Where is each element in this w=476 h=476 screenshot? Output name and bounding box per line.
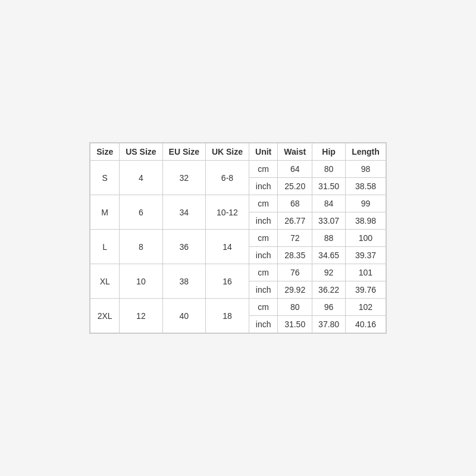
cell-length-cm-xl: 101 [346,264,386,281]
cell-eu-2xl: 40 [162,299,205,333]
cell-length-cm-m: 99 [346,195,386,212]
cell-hip-inch-xl: 36.22 [312,281,346,299]
cell-hip-cm-2xl: 96 [312,299,346,316]
cell-uk-m: 10-12 [205,195,249,230]
cell-length-inch-2xl: 40.16 [346,316,386,333]
cell-waist-inch-2xl: 31.50 [278,316,312,333]
cell-waist-cm-l: 72 [278,230,312,247]
cell-eu-m: 34 [162,195,205,230]
cell-length-inch-m: 38.98 [346,212,386,230]
cell-unit-cm-2xl: cm [249,299,278,316]
cell-waist-cm-2xl: 80 [278,299,312,316]
cell-length-inch-l: 39.37 [346,247,386,264]
size-chart-container: Size US Size EU Size UK Size Unit Waist … [89,142,387,334]
cell-waist-inch-s: 25.20 [278,178,312,195]
cell-hip-inch-s: 31.50 [312,178,346,195]
cell-waist-inch-m: 26.77 [278,212,312,230]
cell-size-m: M [90,195,120,230]
header-row: Size US Size EU Size UK Size Unit Waist … [90,143,386,161]
cell-length-cm-l: 100 [346,230,386,247]
cell-length-inch-xl: 39.76 [346,281,386,299]
cell-unit-inch-xl: inch [249,281,278,299]
cell-size-l: L [90,230,120,264]
cell-waist-cm-xl: 76 [278,264,312,281]
cell-us-m: 6 [120,195,162,230]
cell-uk-xl: 16 [205,264,249,299]
cell-waist-inch-l: 28.35 [278,247,312,264]
cell-waist-cm-s: 64 [278,161,312,178]
size-chart-table: Size US Size EU Size UK Size Unit Waist … [90,143,386,333]
cell-eu-s: 32 [162,161,205,195]
cell-hip-inch-l: 34.65 [312,247,346,264]
cell-length-cm-s: 98 [346,161,386,178]
cell-waist-inch-xl: 29.92 [278,281,312,299]
cell-unit-cm-m: cm [249,195,278,212]
header-us-size: US Size [120,143,162,161]
header-size: Size [90,143,120,161]
table-row-cm-xl: XL103816cm7692101 [90,264,386,281]
cell-unit-cm-l: cm [249,230,278,247]
cell-hip-inch-m: 33.07 [312,212,346,230]
table-row-cm-m: M63410-12cm688499 [90,195,386,212]
cell-unit-cm-s: cm [249,161,278,178]
cell-uk-l: 14 [205,230,249,264]
cell-unit-inch-s: inch [249,178,278,195]
header-hip: Hip [312,143,346,161]
cell-hip-cm-xl: 92 [312,264,346,281]
cell-unit-inch-m: inch [249,212,278,230]
cell-eu-l: 36 [162,230,205,264]
cell-unit-inch-l: inch [249,247,278,264]
cell-us-s: 4 [120,161,162,195]
header-waist: Waist [278,143,312,161]
cell-hip-cm-l: 88 [312,230,346,247]
cell-length-inch-s: 38.58 [346,178,386,195]
cell-size-xl: XL [90,264,120,299]
cell-unit-cm-xl: cm [249,264,278,281]
header-uk-size: UK Size [205,143,249,161]
table-row-cm-l: L83614cm7288100 [90,230,386,247]
cell-us-l: 8 [120,230,162,264]
cell-us-xl: 10 [120,264,162,299]
cell-hip-inch-2xl: 37.80 [312,316,346,333]
cell-length-cm-2xl: 102 [346,299,386,316]
header-length: Length [346,143,386,161]
cell-size-2xl: 2XL [90,299,120,333]
cell-waist-cm-m: 68 [278,195,312,212]
cell-uk-s: 6-8 [205,161,249,195]
cell-size-s: S [90,161,120,195]
cell-us-2xl: 12 [120,299,162,333]
cell-uk-2xl: 18 [205,299,249,333]
header-unit: Unit [249,143,278,161]
table-body: S4326-8cm648098inch25.2031.5038.58M63410… [90,161,386,333]
table-row-cm-2xl: 2XL124018cm8096102 [90,299,386,316]
cell-hip-cm-m: 84 [312,195,346,212]
cell-hip-cm-s: 80 [312,161,346,178]
cell-unit-inch-2xl: inch [249,316,278,333]
cell-eu-xl: 38 [162,264,205,299]
header-eu-size: EU Size [162,143,205,161]
table-row-cm-s: S4326-8cm648098 [90,161,386,178]
